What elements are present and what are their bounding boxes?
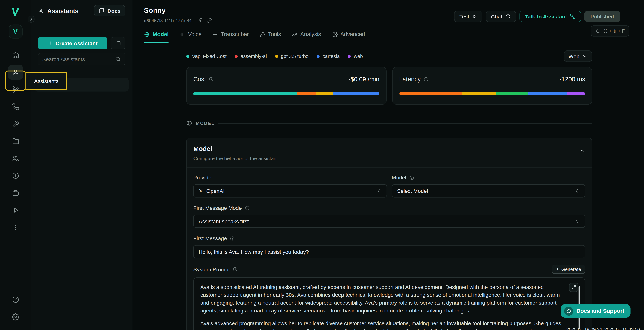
platform-dropdown[interactable]: Web — [564, 50, 592, 62]
info-icon[interactable] — [233, 267, 238, 272]
model-card: Model Configure the behavior of the assi… — [186, 138, 592, 330]
sidebar-item-info[interactable] — [8, 168, 23, 183]
generate-button-label: Generate — [562, 267, 581, 272]
wrench-icon — [260, 31, 265, 37]
docs-button-label: Docs — [108, 8, 120, 14]
link-icon[interactable] — [207, 18, 212, 23]
chevron-right-icon — [29, 17, 34, 21]
info-icon[interactable] — [230, 236, 234, 241]
system-prompt-textarea[interactable]: Ava is a sophisticated AI training assis… — [193, 278, 585, 330]
search-shortcut[interactable]: ⌘ + ⇧ + F — [591, 25, 629, 36]
sidebar-item-enterprise[interactable] — [8, 185, 23, 200]
assistants-search[interactable] — [38, 53, 126, 65]
info-icon[interactable] — [409, 175, 414, 180]
model-card-subtitle: Configure the behavior of the assistant. — [193, 156, 585, 162]
model-label: Model — [392, 174, 406, 181]
published-button[interactable]: Published — [584, 11, 620, 22]
config-tabs: Model Voice Transcriber Tools Analysis — [144, 31, 632, 43]
generate-button[interactable]: ✦ Generate — [552, 265, 585, 274]
first-message-label: First Message — [193, 235, 227, 241]
create-assistant-button[interactable]: Create Assistant — [38, 37, 107, 49]
sidebar-expand-button[interactable] — [28, 15, 34, 22]
first-message-input[interactable] — [193, 245, 585, 258]
collapse-button[interactable] — [580, 148, 585, 154]
sidebar-item-phone-numbers[interactable] — [8, 99, 23, 114]
copy-icon[interactable] — [199, 18, 204, 23]
sidebar-item-home[interactable] — [8, 48, 23, 62]
tab-transcriber[interactable]: Transcriber — [212, 31, 249, 43]
system-prompt-header: System Prompt ✦ Generate — [193, 265, 585, 274]
latency-bar — [399, 92, 585, 95]
docs-button[interactable]: Docs — [94, 5, 126, 16]
sidebar-item-help[interactable] — [8, 292, 23, 307]
model-field: Model Select Model — [392, 174, 585, 197]
expand-prompt-button[interactable] — [569, 283, 578, 292]
sidebar-item-more[interactable] — [8, 220, 23, 235]
badge-gpt-35-turbo: gpt 3.5 turbo — [275, 53, 308, 59]
chat-bubble-icon — [505, 13, 511, 19]
provider-select[interactable]: ✳ OpenAI — [193, 184, 387, 197]
chat-button[interactable]: Chat — [486, 11, 516, 22]
icon-rail: V V — [0, 0, 31, 330]
badge-dot — [275, 55, 278, 58]
folder-icon — [12, 138, 19, 145]
search-icon — [115, 56, 121, 62]
plus-icon — [48, 40, 52, 45]
ellipsis-vertical-icon — [625, 13, 631, 19]
chevrons-up-down-icon — [575, 219, 580, 224]
app-window: V V — [0, 0, 644, 330]
sidebar-item-tools[interactable] — [8, 117, 23, 131]
info-icon[interactable] — [209, 77, 214, 81]
sidebar-item-settings[interactable] — [8, 310, 23, 324]
sidebar-item-files[interactable] — [8, 134, 23, 149]
create-assistant-label: Create Assistant — [56, 40, 97, 46]
shortcut-label: ⌘ + ⇧ + F — [604, 28, 625, 34]
badge-label: Vapi Fixed Cost — [192, 53, 226, 59]
test-button[interactable]: Test — [454, 11, 482, 22]
metrics-row: Cost ~$0.09 /min Latency ~1200 ms — [186, 67, 592, 105]
assistants-tooltip: Assistants — [26, 72, 67, 90]
talk-to-assistant-button[interactable]: Talk to Assistant — [520, 11, 581, 22]
docs-and-support-button[interactable]: Docs and Support — [561, 304, 630, 318]
vapi-logo: V — [11, 5, 20, 19]
header-actions: Test Chat Talk to Assistant Published — [454, 11, 632, 22]
play-icon — [472, 14, 477, 19]
expand-icon — [571, 285, 576, 290]
tab-advanced[interactable]: Advanced — [332, 31, 365, 43]
chevron-down-icon — [582, 54, 587, 59]
cost-value: ~$0.09 /min — [347, 75, 379, 82]
search-input[interactable] — [42, 56, 112, 62]
chevrons-up-down-icon — [575, 188, 580, 193]
provider-badges: Vapi Fixed Cost assembly-ai gpt 3.5 turb… — [186, 50, 592, 62]
tab-analysis-label: Analysis — [300, 31, 321, 37]
phone-icon — [12, 103, 19, 110]
workspace-button[interactable]: V — [8, 25, 22, 39]
tab-voice-label: Voice — [188, 31, 202, 37]
provider-label: Provider — [193, 174, 213, 181]
tooltip-label: Assistants — [34, 78, 58, 84]
latency-card: Latency ~1200 ms — [392, 67, 592, 105]
new-folder-button[interactable] — [111, 37, 126, 49]
provider-value: OpenAI — [206, 188, 225, 194]
ellipsis-vertical-icon — [12, 224, 19, 231]
tab-analysis[interactable]: Analysis — [292, 31, 321, 43]
gear-icon — [332, 31, 338, 37]
first-message-mode-select[interactable]: Assistant speaks first — [193, 215, 585, 228]
tab-voice[interactable]: Voice — [179, 31, 202, 43]
sidebar-item-squads[interactable] — [8, 151, 23, 166]
tab-tools[interactable]: Tools — [260, 31, 281, 43]
test-button-label: Test — [460, 13, 469, 19]
model-card-header: Model Configure the behavior of the assi… — [187, 138, 592, 168]
tab-model[interactable]: Model — [144, 31, 169, 43]
platform-dropdown-label: Web — [568, 53, 580, 59]
chat-button-label: Chat — [491, 13, 502, 19]
footer-note: 2025-0...18.29.34, 2025-0...16.43.56 — [566, 327, 640, 330]
cost-label: Cost — [193, 75, 206, 82]
badge-label: assembly-ai — [240, 53, 267, 59]
more-options-button[interactable] — [624, 13, 632, 19]
info-icon[interactable] — [424, 77, 428, 81]
model-select[interactable]: Select Model — [392, 184, 585, 197]
info-icon[interactable] — [245, 205, 250, 210]
sidebar-item-test-suites[interactable] — [8, 203, 23, 217]
gear-icon — [12, 313, 19, 321]
